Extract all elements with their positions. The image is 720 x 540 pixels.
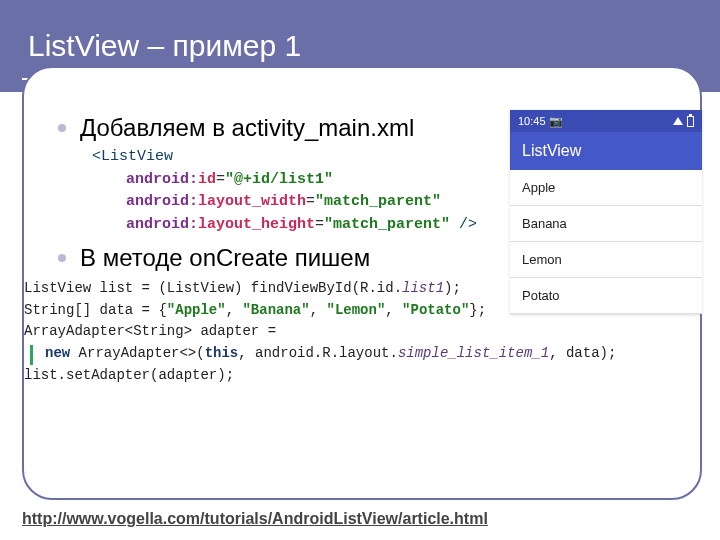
app-bar-title: ListView (522, 142, 581, 160)
slide-title: ListView – пример 1 (28, 29, 301, 63)
list-item: Lemon (510, 242, 702, 278)
bullet-dot-icon (58, 124, 66, 132)
signal-icon (673, 117, 683, 125)
android-screenshot: 10:45 📷 ListView Apple Banana Lemon Pota… (510, 110, 702, 314)
bullet-dot-icon (58, 254, 66, 262)
content-area: Добавляем в activity_main.xml <ListView … (22, 96, 702, 386)
status-time: 10:45 📷 (518, 115, 563, 128)
camera-icon: 📷 (549, 115, 563, 127)
source-link[interactable]: http://www.vogella.com/tutorials/Android… (22, 510, 488, 528)
bullet-2-text: В методе onCreate пишем (80, 244, 370, 272)
list-item: Apple (510, 170, 702, 206)
bullet-1-text: Добавляем в activity_main.xml (80, 114, 414, 142)
list-item: Banana (510, 206, 702, 242)
battery-icon (687, 116, 694, 127)
list-item: Potato (510, 278, 702, 314)
status-bar: 10:45 📷 (510, 110, 702, 132)
app-bar: ListView (510, 132, 702, 170)
